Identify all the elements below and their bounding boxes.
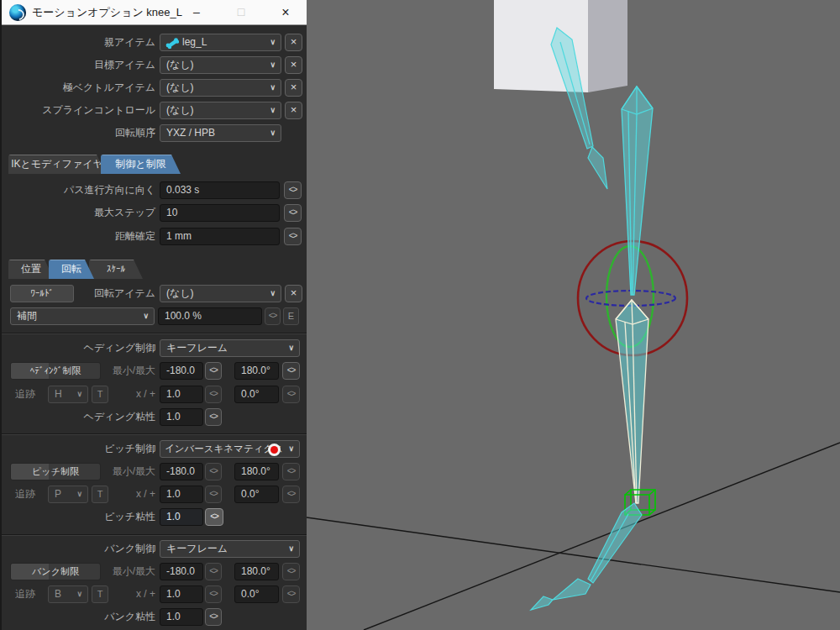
maximize-button[interactable]: □ xyxy=(223,0,260,25)
pitch-stiffness-field[interactable]: 1.0 xyxy=(160,508,203,526)
heading-max-field[interactable]: 180.0° xyxy=(234,362,279,380)
pitch-min-field[interactable]: -180.0 xyxy=(160,463,203,480)
cube-side-face[interactable] xyxy=(588,0,627,92)
pitch-control-value: インバースキネマティクス xyxy=(165,444,283,454)
bank-stiffness-label: バンク粘性 xyxy=(2,608,155,626)
interpolation-row: 補間 ∨ 100.0 % <> E xyxy=(2,307,308,325)
envelope-button[interactable]: E xyxy=(283,307,299,325)
ik-active-indicator xyxy=(268,444,281,456)
interpolation-spinner[interactable]: <> xyxy=(265,307,281,325)
chevron-down-icon: ∨ xyxy=(288,441,294,457)
interpolation-percent-field[interactable]: 100.0 % xyxy=(158,307,262,325)
clear-pole-vector-button[interactable]: × xyxy=(285,79,302,97)
pitch-max-spinner[interactable]: <> xyxy=(282,463,300,480)
spline-control-label: スプラインコントロール xyxy=(2,102,155,119)
rotation-order-row: 回転順序 YXZ / HPB ∨ xyxy=(2,124,308,142)
pitch-factor-label: x / + xyxy=(2,486,155,503)
heading-min-spinner[interactable]: <> xyxy=(205,362,222,380)
heading-max-spinner[interactable]: <> xyxy=(282,362,300,380)
path-align-label: パス進行方向に向く xyxy=(2,181,155,199)
pitch-control-row: ピッチ制御 インバースキネマティクス ∨ xyxy=(2,440,308,458)
heading-multiplier-spinner[interactable]: <> xyxy=(205,386,222,403)
bank-multiplier-field[interactable]: 1.0 xyxy=(160,585,203,603)
bank-offset-spinner[interactable]: <> xyxy=(282,585,300,603)
pole-vector-dropdown[interactable]: (なし) ∨ xyxy=(160,79,281,97)
pitch-offset-field[interactable]: 0.0° xyxy=(234,486,279,503)
heading-offset-field[interactable]: 0.0° xyxy=(234,386,279,403)
path-align-field[interactable]: 0.033 s xyxy=(160,181,280,199)
clear-goal-button[interactable]: × xyxy=(285,56,302,74)
heading-min-field[interactable]: -180.0 xyxy=(160,362,203,380)
bank-min-field[interactable]: -180.0 xyxy=(160,563,203,580)
minimize-button[interactable]: – xyxy=(178,0,215,25)
tab-control-and-limits[interactable]: 制御と制限 xyxy=(101,155,181,174)
interpolation-mode-dropdown[interactable]: 補間 ∨ xyxy=(10,307,155,325)
max-steps-field[interactable]: 10 xyxy=(160,204,280,222)
pitch-stiffness-spinner[interactable]: <> xyxy=(205,508,223,526)
tab-ik-and-modifiers[interactable]: IKとモディファイヤ xyxy=(8,155,106,174)
bank-multiplier-spinner[interactable]: <> xyxy=(205,585,222,603)
pitch-limits-row: ピッチ制限 最小/最大 -180.0 <> 180.0° <> xyxy=(2,463,308,480)
path-align-row: パス進行方向に向く 0.033 s <> xyxy=(2,181,308,199)
clear-rotation-item-button[interactable]: × xyxy=(285,285,302,302)
bank-stiffness-spinner[interactable]: <> xyxy=(205,608,222,626)
rotation-item-value: (なし) xyxy=(166,287,194,299)
pitch-offset-spinner[interactable]: <> xyxy=(282,486,300,503)
section-divider xyxy=(2,333,308,334)
pitch-control-label: ピッチ制御 xyxy=(2,440,155,458)
spline-control-value: (なし) xyxy=(166,104,194,116)
distance-spinner[interactable]: <> xyxy=(284,228,302,245)
path-align-spinner[interactable]: <> xyxy=(284,181,302,199)
rotation-item-dropdown[interactable]: (なし) ∨ xyxy=(160,285,281,302)
window-title: モーションオプション knee_L xyxy=(32,0,182,25)
parent-item-dropdown[interactable]: leg_L ∨ xyxy=(160,34,281,51)
heading-multiplier-field[interactable]: 1.0 xyxy=(160,386,203,403)
spline-control-dropdown[interactable]: (なし) ∨ xyxy=(160,102,281,119)
heading-offset-spinner[interactable]: <> xyxy=(282,386,300,403)
rotation-order-dropdown[interactable]: YXZ / HPB ∨ xyxy=(160,124,281,142)
tab-scale[interactable]: ｽｹｰﾙ xyxy=(89,260,143,279)
motion-options-panel: モーションオプション knee_L – □ × 親アイテム leg_L ∨ × xyxy=(0,0,307,630)
distance-field[interactable]: 1 mm xyxy=(160,228,280,245)
rotation-order-value: YXZ / HPB xyxy=(166,127,215,139)
pitch-stiffness-label: ピッチ粘性 xyxy=(2,508,155,526)
heading-stiffness-field[interactable]: 1.0 xyxy=(160,408,203,426)
distance-label: 距離確定 xyxy=(2,228,155,245)
app-logo-icon xyxy=(9,4,26,21)
pitch-multiplier-field[interactable]: 1.0 xyxy=(160,486,203,503)
clear-spline-button[interactable]: × xyxy=(285,102,302,119)
bank-track-row: 追跡 B ∨ T x / + 1.0 <> 0.0° <> xyxy=(2,585,308,603)
rotation-item-row: ﾜｰﾙﾄﾞ 回転アイテム (なし) ∨ × xyxy=(2,285,308,302)
pitch-multiplier-spinner[interactable]: <> xyxy=(205,486,222,503)
bank-max-field[interactable]: 180.0° xyxy=(234,563,279,580)
heading-track-row: 追跡 H ∨ T x / + 1.0 <> 0.0° <> xyxy=(2,386,308,403)
bank-stiffness-row: バンク粘性 1.0 <> xyxy=(2,608,308,626)
chevron-down-icon: ∨ xyxy=(270,286,276,302)
bank-max-spinner[interactable]: <> xyxy=(282,563,300,580)
bank-control-label: バンク制御 xyxy=(2,540,155,558)
3d-viewport[interactable] xyxy=(307,0,840,630)
bank-offset-field[interactable]: 0.0° xyxy=(234,585,279,603)
pole-vector-value: (なし) xyxy=(166,81,194,93)
tab-rotation[interactable]: 回転 xyxy=(49,260,94,279)
heading-control-dropdown[interactable]: キーフレーム ∨ xyxy=(160,339,300,357)
close-button[interactable]: × xyxy=(267,0,304,25)
bank-min-spinner[interactable]: <> xyxy=(205,563,222,580)
max-steps-spinner[interactable]: <> xyxy=(284,204,302,222)
chevron-down-icon: ∨ xyxy=(270,125,276,141)
title-bar[interactable]: モーションオプション knee_L – □ × xyxy=(2,0,308,25)
pitch-min-spinner[interactable]: <> xyxy=(205,463,222,480)
heading-factor-label: x / + xyxy=(2,386,155,403)
heading-stiffness-label: ヘディング粘性 xyxy=(2,408,155,426)
pole-vector-row: 極ベクトルアイテム (なし) ∨ × xyxy=(2,79,308,97)
pitch-max-field[interactable]: 180.0° xyxy=(234,463,279,480)
bank-stiffness-field[interactable]: 1.0 xyxy=(160,608,203,626)
bank-control-dropdown[interactable]: キーフレーム ∨ xyxy=(160,540,300,558)
goal-item-dropdown[interactable]: (なし) ∨ xyxy=(160,56,281,74)
pitch-control-dropdown[interactable]: インバースキネマティクス ∨ xyxy=(160,440,300,458)
tab-position[interactable]: 位置 xyxy=(8,260,54,279)
clear-parent-button[interactable]: × xyxy=(285,34,302,51)
heading-stiffness-spinner[interactable]: <> xyxy=(205,408,222,426)
main-tab-bar: IKとモディファイヤ 制御と制限 xyxy=(2,155,308,174)
pole-vector-label: 極ベクトルアイテム xyxy=(2,79,155,97)
